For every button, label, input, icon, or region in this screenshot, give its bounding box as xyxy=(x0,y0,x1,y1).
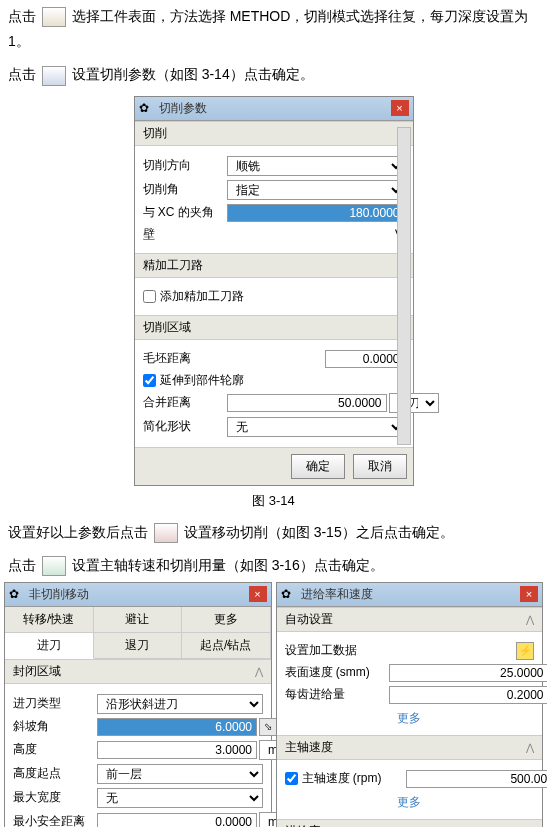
close-button[interactable]: × xyxy=(391,100,409,116)
close-button[interactable]: × xyxy=(249,586,267,602)
angle-label: 切削角 xyxy=(143,181,223,198)
extend-checkbox[interactable] xyxy=(143,374,156,387)
section-auto[interactable]: 自动设置 ⋀ xyxy=(277,607,543,632)
section-feed[interactable]: 进给率 ⋀ xyxy=(277,819,543,827)
ok-button[interactable]: 确定 xyxy=(291,454,345,479)
lightning-button[interactable]: ⚡ xyxy=(516,642,534,660)
surface-icon xyxy=(42,7,66,27)
direction-label: 切削方向 xyxy=(143,157,223,174)
dialog-footer: 确定 取消 xyxy=(135,447,413,485)
xc-angle-input[interactable] xyxy=(227,204,405,222)
expr-button[interactable]: ⬂ xyxy=(259,718,277,736)
more-link-1[interactable]: 更多 xyxy=(285,708,535,729)
gear-icon: ✿ xyxy=(281,587,295,601)
line4a: 点击 xyxy=(8,557,36,573)
tab-retract[interactable]: 退刀 xyxy=(94,633,183,658)
direction-select[interactable]: 顺铣 xyxy=(227,156,405,176)
line2a: 点击 xyxy=(8,66,36,82)
section-cut[interactable]: 切削 ⋀ xyxy=(135,121,413,146)
close-button[interactable]: × xyxy=(520,586,538,602)
set-data-label: 设置加工数据 xyxy=(285,642,513,659)
more-link-2[interactable]: 更多 xyxy=(285,792,535,813)
merge-dist-input[interactable] xyxy=(227,394,387,412)
doc-line-1: 点击 选择工件表面，方法选择 METHOD，切削模式选择往复，每刀深度设置为 1… xyxy=(0,0,547,58)
max-width-select[interactable]: 无 xyxy=(97,788,263,808)
feed-per-tooth-label: 每齿进给量 xyxy=(285,686,385,703)
xc-angle-label: 与 XC 的夹角 xyxy=(143,204,223,221)
add-finish-checkbox[interactable] xyxy=(143,290,156,303)
blank-dist-input[interactable] xyxy=(325,350,405,368)
line1a: 点击 xyxy=(8,8,36,24)
dialog-title: 非切削移动 xyxy=(29,586,249,603)
cancel-button[interactable]: 取消 xyxy=(353,454,407,479)
height-label: 高度 xyxy=(13,741,93,758)
feed-speed-dialog: ✿ 进给率和速度 × 自动设置 ⋀ 设置加工数据 ⚡ 表面速度 (smm) ▦ … xyxy=(276,582,544,827)
non-cut-icon xyxy=(154,523,178,543)
wall-label: 壁 xyxy=(143,226,223,243)
line4b: 设置主轴转速和切削用量（如图 3-16）点击确定。 xyxy=(72,557,384,573)
non-cutting-moves-dialog: ✿ 非切削移动 × 转移/快速 避让 更多 进刀 退刀 起点/钻点 封闭区域 ⋀… xyxy=(4,582,272,827)
spindle-checkbox[interactable] xyxy=(285,772,298,785)
gear-icon: ✿ xyxy=(139,101,153,115)
caption-14: 图 3-14 xyxy=(0,492,547,510)
height-input[interactable] xyxy=(97,741,257,759)
dialog-title: 进给率和速度 xyxy=(301,586,521,603)
section-region[interactable]: 切削区域 ⋀ xyxy=(135,315,413,340)
titlebar: ✿ 进给率和速度 × xyxy=(277,583,543,607)
dialog-body: 切削 ⋀ 切削方向 顺铣 切削角 指定 与 XC 的夹角 壁 ⋁ 精加工刀路 ⋀ xyxy=(135,121,413,447)
simplify-label: 简化形状 xyxy=(143,418,223,435)
tab-row-1: 转移/快速 避让 更多 xyxy=(5,607,271,633)
line3b: 设置移动切削（如图 3-15）之后点击确定。 xyxy=(184,524,454,540)
surface-speed-label: 表面速度 (smm) xyxy=(285,664,385,681)
surface-speed-input[interactable] xyxy=(389,664,548,682)
feed-per-tooth-input[interactable] xyxy=(389,686,548,704)
line3a: 设置好以上参数后点击 xyxy=(8,524,148,540)
extend-label: 延伸到部件轮廓 xyxy=(160,372,244,389)
collapse-icon: ⋀ xyxy=(255,666,263,677)
collapse-icon: ⋀ xyxy=(526,614,534,625)
approach-type-label: 进刀类型 xyxy=(13,695,93,712)
feed-speed-icon xyxy=(42,556,66,576)
doc-line-3: 设置好以上参数后点击 设置移动切削（如图 3-15）之后点击确定。 xyxy=(0,516,547,549)
height-start-select[interactable]: 前一层 xyxy=(97,764,263,784)
spindle-speed-label: 主轴速度 (rpm) xyxy=(302,770,402,787)
line1b: 选择工件表面，方法选择 METHOD，切削模式选择往复，每刀深度设置为 1。 xyxy=(8,8,528,49)
line2b: 设置切削参数（如图 3-14）点击确定。 xyxy=(72,66,314,82)
tab-approach[interactable]: 进刀 xyxy=(5,633,94,659)
approach-type-select[interactable]: 沿形状斜进刀 xyxy=(97,694,263,714)
section-closed[interactable]: 封闭区域 ⋀ xyxy=(5,659,271,684)
titlebar: ✿ 非切削移动 × xyxy=(5,583,271,607)
blank-dist-label: 毛坯距离 xyxy=(143,350,223,367)
dialog-title: 切削参数 xyxy=(159,100,391,117)
doc-line-4: 点击 设置主轴转速和切削用量（如图 3-16）点击确定。 xyxy=(0,549,547,582)
max-width-label: 最大宽度 xyxy=(13,789,93,806)
tab-start[interactable]: 起点/钻点 xyxy=(182,633,271,658)
cut-params-icon xyxy=(42,66,66,86)
tab-row-2: 进刀 退刀 起点/钻点 xyxy=(5,633,271,659)
titlebar: ✿ 切削参数 × xyxy=(135,97,413,121)
add-finish-label: 添加精加工刀路 xyxy=(160,288,244,305)
angle-select[interactable]: 指定 xyxy=(227,180,405,200)
doc-line-2: 点击 设置切削参数（如图 3-14）点击确定。 xyxy=(0,58,547,91)
simplify-select[interactable]: 无 xyxy=(227,417,405,437)
min-clearance-label: 最小安全距离 xyxy=(13,813,93,827)
gear-icon: ✿ xyxy=(9,587,23,601)
tab-transfer[interactable]: 转移/快速 xyxy=(5,607,94,632)
spindle-speed-input[interactable] xyxy=(406,770,548,788)
min-clearance-input[interactable] xyxy=(97,813,257,827)
collapse-icon: ⋀ xyxy=(526,742,534,753)
tab-avoid[interactable]: 避让 xyxy=(94,607,183,632)
scrollbar[interactable] xyxy=(397,127,411,445)
height-start-label: 高度起点 xyxy=(13,765,93,782)
merge-dist-label: 合并距离 xyxy=(143,394,223,411)
ramp-angle-label: 斜坡角 xyxy=(13,718,93,735)
section-spindle[interactable]: 主轴速度 ⋀ xyxy=(277,735,543,760)
ramp-angle-input[interactable] xyxy=(97,718,257,736)
tab-more[interactable]: 更多 xyxy=(182,607,271,632)
cutting-params-dialog: ✿ 切削参数 × 切削 ⋀ 切削方向 顺铣 切削角 指定 与 XC 的夹角 壁 … xyxy=(134,96,414,486)
section-finish[interactable]: 精加工刀路 ⋀ xyxy=(135,253,413,278)
